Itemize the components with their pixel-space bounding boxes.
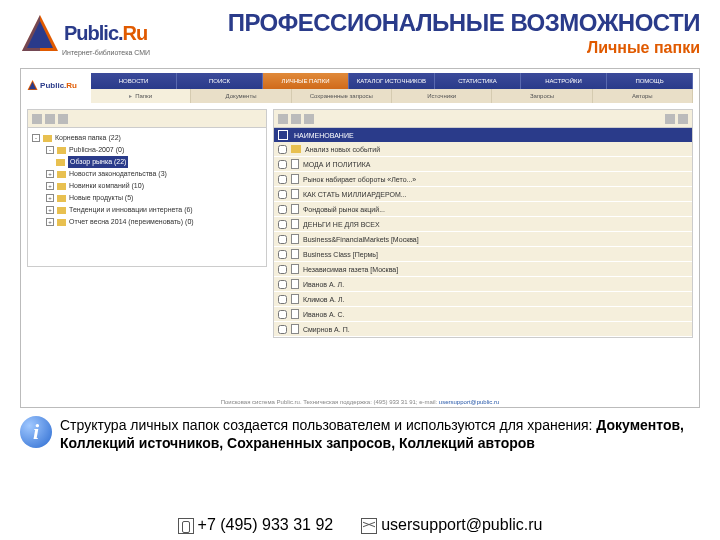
expand-toggle-icon[interactable]: + [46,182,54,190]
table-row[interactable]: Фондовый рынок акций... [274,202,692,217]
row-label: ДЕНЬГИ НЕ ДЛЯ ВСЕХ [303,221,380,228]
tree-item[interactable]: -Корневая папка (22) [32,132,262,144]
nav-item[interactable]: ЛИЧНЫЕ ПАПКИ [263,73,349,89]
phone-icon [178,518,194,534]
subnav-item[interactable]: Авторы [593,89,693,103]
folder-icon [57,147,66,154]
subnav-item[interactable]: Документы [191,89,291,103]
nav-item[interactable]: ПОМОЩЬ [607,73,693,89]
tree-item[interactable]: -Publicна-2007 (0) [32,144,262,156]
app-screenshot: Public.Ru НОВОСТИПОИСКЛИЧНЫЕ ПАПКИКАТАЛО… [20,68,700,408]
row-checkbox[interactable] [278,235,287,244]
documents-table: НАИМЕНОВАНИЕ Анализ новых событийМОДА И … [273,127,693,338]
row-checkbox[interactable] [278,310,287,319]
table-row[interactable]: Иванов А. Л. [274,277,692,292]
table-row[interactable]: ДЕНЬГИ НЕ ДЛЯ ВСЕХ [274,217,692,232]
tree-label: Новости законодательства (3) [69,168,167,180]
row-checkbox[interactable] [278,220,287,229]
tool-new-folder-icon[interactable] [32,114,42,124]
table-row[interactable]: КАК СТАТЬ МИЛЛИАРДЕРОМ... [274,187,692,202]
tree-item[interactable]: +Новые продукты (5) [32,192,262,204]
folder-icon [291,145,301,153]
tree-label: Отчет весна 2014 (переименовать) (0) [69,216,194,228]
subnav-item[interactable]: Сохраненные запросы [292,89,392,103]
row-checkbox[interactable] [278,295,287,304]
tree-label: Обзор рынка (22) [68,156,128,168]
row-label: Иванов А. Л. [303,281,344,288]
tool-delete-icon[interactable] [45,114,55,124]
expand-toggle-icon[interactable]: + [46,206,54,214]
tree-label: Новинки компаний (10) [69,180,144,192]
logo-triangle-icon [20,13,60,53]
subnav-item[interactable]: Запросы [492,89,592,103]
expand-toggle-icon[interactable]: + [46,194,54,202]
row-checkbox[interactable] [278,265,287,274]
table-row[interactable]: Независимая газета [Москва] [274,262,692,277]
tree-item[interactable]: +Отчет весна 2014 (переименовать) (0) [32,216,262,228]
row-checkbox[interactable] [278,280,287,289]
subnav-item[interactable]: ▸Папки [91,89,191,103]
svg-marker-2 [22,15,40,51]
expand-toggle-icon[interactable]: - [32,134,40,142]
document-icon [291,264,299,274]
expand-toggle-icon[interactable]: + [46,170,54,178]
table-row[interactable]: МОДА И ПОЛИТИКА [274,157,692,172]
tool-export-icon[interactable] [678,114,688,124]
folder-icon [43,135,52,142]
tree-item[interactable]: +Новости законодательства (3) [32,168,262,180]
tool-print-icon[interactable] [665,114,675,124]
tool-remove-icon[interactable] [304,114,314,124]
app-logo-triangle-icon [27,78,38,92]
tree-label: Тенденции и инновации интернета (6) [69,204,193,216]
subnav-item[interactable]: Источники [392,89,492,103]
row-label: Business&FinancialMarkets [Москва] [303,236,419,243]
main-nav: НОВОСТИПОИСКЛИЧНЫЕ ПАПКИКАТАЛОГ ИСТОЧНИК… [91,73,693,89]
table-row[interactable]: Business Class [Пермь] [274,247,692,262]
mail-icon [361,518,377,534]
tree-toolbar [27,109,267,127]
row-checkbox[interactable] [278,190,287,199]
tool-copy-icon[interactable] [278,114,288,124]
row-checkbox[interactable] [278,325,287,334]
nav-item[interactable]: КАТАЛОГ ИСТОЧНИКОВ [349,73,435,89]
tool-move-icon[interactable] [291,114,301,124]
row-checkbox[interactable] [278,175,287,184]
row-label: Анализ новых событий [305,146,380,153]
row-checkbox[interactable] [278,250,287,259]
tree-item[interactable]: +Тенденции и инновации интернета (6) [32,204,262,216]
tree-item[interactable]: +Новинки компаний (10) [32,180,262,192]
table-row[interactable]: Анализ новых событий [274,142,692,157]
page-subtitle: Личные папки [170,39,700,57]
footer-email: usersupport@public.ru [361,516,542,534]
table-row[interactable]: Рынок набирает обороты «Лето...» [274,172,692,187]
app-logo[interactable]: Public.Ru [27,73,77,97]
document-icon [291,234,299,244]
nav-item[interactable]: ПОИСК [177,73,263,89]
column-header-name[interactable]: НАИМЕНОВАНИЕ [294,132,354,139]
table-row[interactable]: Иванов А. С. [274,307,692,322]
table-row[interactable]: Смирнов А. П. [274,322,692,337]
support-email-link[interactable]: usersupport@public.ru [439,399,499,405]
table-row[interactable]: Климов А. Л. [274,292,692,307]
row-checkbox[interactable] [278,205,287,214]
table-row[interactable]: Business&FinancialMarkets [Москва] [274,232,692,247]
info-text: Структура личных папок создается пользов… [60,416,700,452]
nav-item[interactable]: СТАТИСТИКА [435,73,521,89]
document-icon [291,324,299,334]
nav-item[interactable]: НАСТРОЙКИ [521,73,607,89]
row-label: Рынок набирает обороты «Лето...» [303,176,416,183]
row-checkbox[interactable] [278,160,287,169]
tree-label: Корневая папка (22) [55,132,121,144]
folder-icon [57,183,66,190]
nav-item[interactable]: НОВОСТИ [91,73,177,89]
expand-toggle-icon[interactable]: + [46,218,54,226]
row-label: Независимая газета [Москва] [303,266,398,273]
list-toolbar [273,109,693,127]
tool-rename-icon[interactable] [58,114,68,124]
select-all-checkbox[interactable] [278,130,288,140]
tree-item[interactable]: Обзор рынка (22) [32,156,262,168]
folder-icon [57,171,66,178]
row-checkbox[interactable] [278,145,287,154]
brand-subtitle: Интернет-библиотека СМИ [62,49,150,56]
expand-toggle-icon[interactable]: - [46,146,54,154]
